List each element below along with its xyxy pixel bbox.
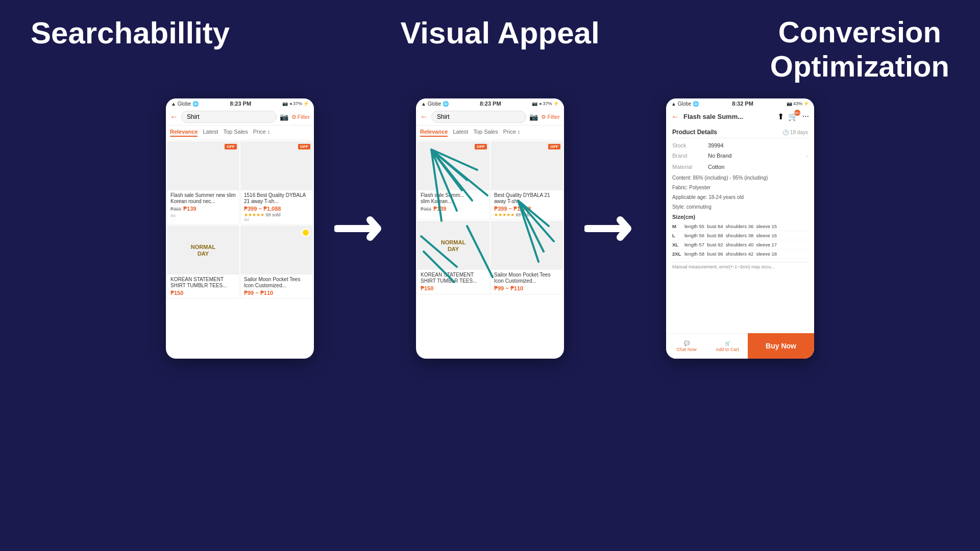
brand-row: Brand No Brand › [672, 153, 808, 160]
status-icons-1: 📷 ◂ 37% ⚡ [282, 101, 309, 106]
fabric-text: Fabric: Polyester [672, 184, 808, 191]
product-info-7: KOREAN STATEMENT SHIRT TUMBLR TEES... ₱1… [418, 270, 489, 294]
filter-tabs-2: Relevance Latest Top Sales Price ↕ [416, 126, 564, 140]
heart-icon-1[interactable]: ♡ [170, 215, 176, 222]
product-info-5: Flash sale Summ...slim Korean... ₱350₱13… [418, 190, 489, 214]
back-arrow-2[interactable]: ← [420, 112, 428, 121]
phone-visual-appeal: ▲ Globe 🌐 8:23 PM 📷 ◂ 37% ⚡ ← Shirt 📷 ⚙ … [416, 98, 564, 359]
product-card-1[interactable]: OFF Flash sale Summer new slim Korean ro… [167, 141, 239, 224]
product-price-1: ₱350₱139 [170, 206, 236, 212]
arrow-1-container [334, 211, 396, 246]
chat-now-button[interactable]: 💬 Chat Now [666, 333, 707, 359]
product-card-4[interactable]: Sailor Moon Pocket Tees Icon Customized.… [240, 226, 313, 299]
product-detail-content[interactable]: Product Details 🕐 19 days Stock 39994 Br… [666, 124, 814, 334]
style-text: Style: commuting [672, 203, 808, 211]
phone-conversion: ▲ Globe 🌐 8:32 PM 📷 43% ⚡ ← Flash sale S… [666, 98, 814, 359]
size-label: Size(cm) [672, 214, 808, 220]
product-card-7[interactable]: NORMALDAY KOREAN STATEMENT SHIRT TUMBLR … [417, 221, 489, 294]
phone-visual-appeal-wrapper: ▲ Globe 🌐 8:23 PM 📷 ◂ 37% ⚡ ← Shirt 📷 ⚙ … [416, 98, 564, 359]
chat-icon: 💬 [684, 341, 690, 346]
carrier-2: ▲ Globe 🌐 [421, 101, 449, 107]
tab-latest-2[interactable]: Latest [453, 129, 468, 137]
product-img-7: NORMALDAY [418, 221, 489, 270]
search-input-2[interactable]: Shirt [431, 111, 526, 123]
add-to-cart-button[interactable]: 🛒 Add to Cart [707, 333, 748, 359]
cart-icon-3[interactable]: 🛒 99+ [788, 112, 798, 121]
content-row: ▲ Globe 🌐 8:23 PM 📷 ◂ 37% ⚡ ← Shirt 📷 ⚙ … [31, 98, 949, 359]
age-text: Applicable age: 18-24 years old [672, 193, 808, 201]
product-info-8: Sailor Moon Pocket Tees Icon Customized.… [491, 270, 562, 294]
off-badge-2: OFF [298, 144, 310, 149]
product-info-6: Best Quality DYBALA 21 away T-sh... ₱399… [491, 190, 562, 219]
brand-arrow[interactable]: › [806, 153, 808, 160]
size-section: Size(cm) M length 55 bust 84 shoulders 3… [672, 214, 808, 269]
size-row-2xl: 2XL length 58 bust 96 shoulders 42 sleev… [672, 249, 808, 259]
detail-footer: 💬 Chat Now 🛒 Add to Cart Buy Now [666, 333, 814, 359]
product-img-3: NORMALDAY [167, 226, 239, 274]
tab-latest[interactable]: Latest [203, 129, 218, 137]
product-img-4 [241, 226, 312, 274]
heart-icon-3[interactable]: ♡ [170, 289, 176, 296]
size-row-xl: XL length 57 bust 92 shoulders 40 sleeve… [672, 240, 808, 249]
share-icon[interactable]: ⬆ [777, 112, 784, 121]
filter-btn-1[interactable]: ⚙ Filter [291, 114, 310, 120]
tab-price[interactable]: Price ↕ [253, 129, 271, 137]
product-price-2: ₱399 ~ ₱1,088 [244, 206, 309, 212]
product-card-6[interactable]: OFF Best Quality DYBALA 21 away T-sh... … [491, 141, 563, 220]
back-arrow-3[interactable]: ← [671, 112, 679, 121]
product-grid-1: OFF Flash sale Summer new slim Korean ro… [166, 140, 314, 300]
tab-relevance[interactable]: Relevance [170, 129, 198, 137]
main-container: Searchabillity Visual Appeal Conversion … [0, 0, 980, 551]
cart-badge: 99+ [794, 110, 800, 116]
filter-tabs-1: Relevance Latest Top Sales Price ↕ [166, 126, 314, 140]
heart-icon-2[interactable]: ♡ [244, 215, 250, 222]
product-price-3: ₱150 [170, 290, 236, 296]
product-img-6: OFF [491, 142, 562, 190]
detail-header-icons: ⬆ 🛒 99+ ··· [777, 112, 809, 121]
product-info-2: 1516 Best Quality DYBALA 21 away T-sh...… [241, 190, 312, 224]
product-img-1: OFF [167, 142, 239, 190]
stock-row: Stock 39994 [672, 142, 808, 148]
product-info-1: Flash sale Summer new slim Korean round … [167, 190, 239, 220]
tab-price-2[interactable]: Price ↕ [503, 129, 521, 137]
product-info-4: Sailor Moon Pocket Tees Icon Customized.… [241, 274, 312, 298]
camera-icon-1[interactable]: 📷 [280, 113, 288, 121]
product-details-header: Product Details 🕐 19 days [672, 129, 808, 138]
product-stars-2: ★★★★★ 68 sold [244, 212, 309, 217]
arrow-2-icon [584, 211, 646, 246]
off-badge-1: OFF [225, 144, 237, 149]
time-2: 8:23 PM [480, 101, 501, 107]
search-input-1[interactable]: Shirt [181, 111, 277, 123]
product-img-5: OFF [418, 142, 489, 190]
search-bar-1[interactable]: ← Shirt 📷 ⚙ Filter [166, 109, 314, 126]
more-icon[interactable]: ··· [802, 112, 809, 121]
visual-appeal-title: Visual Appeal [400, 15, 599, 51]
time-1: 8:23 PM [230, 101, 252, 107]
tab-top-sales[interactable]: Top Sales [223, 129, 248, 137]
camera-icon-2[interactable]: 📷 [529, 113, 538, 121]
product-card-3[interactable]: NORMALDAY KOREAN STATEMENT SHIRT TUMBLR … [167, 226, 239, 299]
carrier-1: ▲ Globe 🌐 [171, 101, 199, 107]
time-3: 8:32 PM [732, 101, 753, 107]
back-arrow-1[interactable]: ← [170, 112, 178, 121]
product-img-2: OFF [241, 142, 312, 190]
phone-searchability: ▲ Globe 🌐 8:23 PM 📷 ◂ 37% ⚡ ← Shirt 📷 ⚙ … [166, 98, 314, 359]
buy-now-button[interactable]: Buy Now [748, 333, 814, 359]
product-title-1: Flash sale Summer new slim Korean round … [170, 192, 236, 205]
product-card-5[interactable]: OFF Flash sale Summ...slim Korean... ₱35… [417, 141, 489, 220]
ad-label-2: Ad [244, 217, 309, 222]
manual-note: Manual measurement, error(+-1~3cm) may o… [672, 262, 808, 269]
material-row: Material Cotton [672, 164, 808, 170]
product-card-8[interactable]: Sailor Moon Pocket Tees Icon Customized.… [491, 221, 563, 294]
search-bar-2[interactable]: ← Shirt 📷 ⚙ Filter [416, 109, 564, 126]
heart-icon-4[interactable]: ♡ [244, 289, 250, 296]
filter-btn-2[interactable]: ⚙ Filter [541, 114, 560, 120]
tab-relevance-2[interactable]: Relevance [420, 129, 448, 137]
size-row-l: L length 56 bust 88 shoulders 38 sleeve … [672, 231, 808, 240]
detail-title: Flash sale Summ... [683, 113, 773, 120]
tab-top-sales-2[interactable]: Top Sales [473, 129, 498, 137]
searchability-title: Searchabillity [31, 15, 230, 51]
product-info-3: KOREAN STATEMENT SHIRT TUMBLR TEES... ₱1… [167, 274, 239, 298]
arrow-1-icon [334, 211, 396, 246]
product-card-2[interactable]: OFF 1516 Best Quality DYBALA 21 away T-s… [240, 141, 313, 224]
